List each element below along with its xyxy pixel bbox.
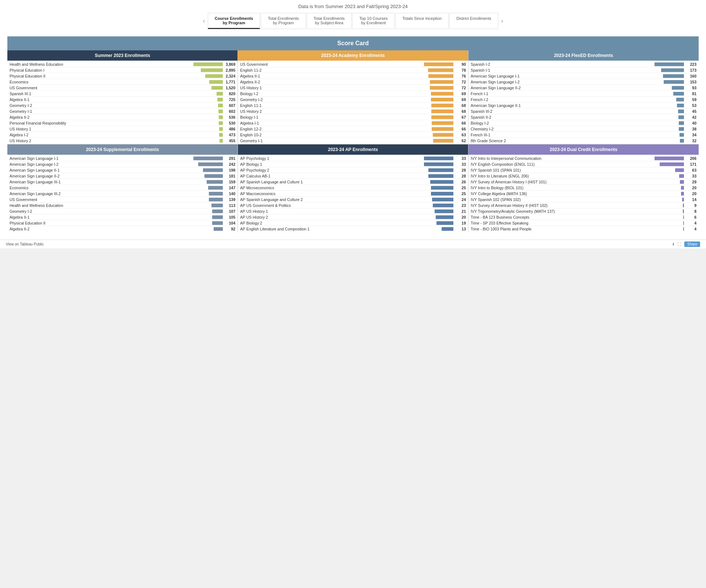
table-row: Economics 147: [9, 185, 236, 191]
academy2324-block: 2023-24 Academy Enrollments US Governmen…: [238, 50, 468, 144]
row-name: French I-1: [471, 92, 673, 96]
row-name: IVY Spanish 101 (SPAN 101): [471, 168, 675, 172]
table-row: Algebra II-2 92: [9, 226, 236, 232]
row-value: 455: [224, 139, 235, 143]
row-name: IVY Intro to Biology (BIOL 101): [471, 186, 681, 190]
supplemental2324-rows: American Sign Language I-1 291 American …: [7, 155, 238, 232]
row-name: AP Biology 2: [240, 221, 436, 225]
table-row: Spanish II-2 42: [470, 114, 697, 120]
table-row: Algebra II-2 72: [239, 79, 467, 85]
tab-top10-courses[interactable]: Top 10 Coursesby Enrollment: [352, 13, 395, 29]
row-name: Geometry I-1: [10, 109, 218, 114]
row-bar-val: 4: [683, 221, 696, 225]
row-bar-val: 23: [433, 203, 466, 208]
row-bar: [680, 139, 684, 143]
row-bar-val: 242: [198, 162, 235, 166]
row-value: 140: [224, 191, 235, 196]
row-bar-val: 28: [428, 174, 466, 178]
row-value: 45: [685, 109, 696, 114]
row-name: IVY College Algebra (MATH 136): [471, 191, 681, 196]
row-bar-val: 20: [681, 191, 696, 196]
row-bar-val: 68: [431, 109, 466, 114]
row-bar: [193, 157, 223, 160]
row-bar: [212, 215, 223, 219]
table-row: US History 1 486: [9, 126, 236, 132]
row-name: Geometry I-2: [10, 209, 212, 214]
bottom-bar: View on Tableau Public ⬇ ⛶ Share: [0, 240, 706, 248]
row-bar-val: 171: [660, 162, 696, 166]
row-value: 223: [685, 62, 696, 67]
row-value: 38: [685, 127, 696, 131]
nav-tabs: Course Enrollmentsby Program Total Enrol…: [208, 13, 498, 29]
row-bar: [683, 209, 684, 213]
table-row: American Sign Language I-1 291: [9, 155, 236, 161]
row-bar-val: 21: [435, 209, 466, 214]
summer2023-title: Summer 2023 Enrollments: [7, 50, 238, 61]
row-bar: [204, 174, 223, 178]
table-row: AP Psychology 2 28: [239, 167, 467, 173]
row-bar: [661, 68, 684, 72]
row-bar: [219, 115, 223, 119]
row-value: 153: [685, 80, 696, 84]
table-row: French I-1 81: [470, 91, 697, 97]
table-row: AP US Government & Politics 23: [239, 202, 467, 208]
table-row: US History 1 72: [239, 85, 467, 91]
row-value: 93: [685, 86, 696, 90]
row-bar: [198, 162, 223, 166]
table-row: Trine - SP 203 Effective Speaking 4: [470, 220, 697, 226]
row-value: 67: [455, 115, 466, 119]
row-value: 25: [455, 191, 466, 196]
table-row: Spanish III-2 45: [470, 108, 697, 114]
dualcredit2324-rows: IVY Intro to Interpersonal Communication…: [468, 155, 699, 232]
fullscreen-icon[interactable]: ⛶: [678, 242, 681, 246]
row-bar: [220, 139, 223, 143]
nav-prev-button[interactable]: ‹: [201, 18, 207, 24]
tab-total-enrollments-by-subject[interactable]: Total Enrollmentsby Subject Area: [307, 13, 352, 29]
row-name: Personal Financial Responsibility: [10, 121, 219, 125]
nav-next-button[interactable]: ›: [499, 18, 505, 24]
table-row: Physical Education II 104: [9, 220, 236, 226]
row-bar: [442, 227, 453, 231]
row-name: Economics: [10, 186, 208, 190]
row-bar: [679, 121, 684, 125]
tab-course-enrollments-by-program[interactable]: Course Enrollmentsby Program: [208, 13, 260, 29]
row-value: 1,771: [224, 80, 235, 84]
table-row: American Sign Language II-2 181: [9, 173, 236, 179]
summer2023-block: Summer 2023 Enrollments Health and Welln…: [7, 50, 238, 144]
row-name: IVY Intro to Literature (ENGL 206): [471, 174, 679, 178]
row-bar: [430, 86, 453, 90]
dualcredit2324-block: 2023-24 Dual Credit Enrollments IVY Intr…: [468, 144, 699, 232]
row-bar: [431, 92, 453, 96]
tab-district-enrollments[interactable]: District Enrollments: [449, 13, 498, 29]
row-name: IVY Spanish 102 (SPAN 102): [471, 197, 682, 202]
view-on-tableau-label[interactable]: View on Tableau Public: [6, 242, 44, 246]
row-bar: [432, 198, 453, 201]
row-value: 181: [224, 174, 235, 178]
row-bar-val: 68: [431, 103, 466, 108]
flexed2324-title: 2023-24 FlexED Enrollments: [468, 50, 699, 61]
row-bar: [208, 186, 223, 190]
tab-totals-since-inception[interactable]: Totals Since Inception: [395, 13, 449, 29]
row-value: 33: [685, 174, 696, 178]
table-row: Algebra II-2 536: [9, 114, 236, 120]
row-name: Spanish III-1: [10, 92, 217, 96]
download-icon[interactable]: ⬇: [672, 242, 675, 246]
share-button[interactable]: Share: [684, 241, 700, 247]
row-bar-val: 81: [673, 92, 696, 96]
row-value: 159: [224, 180, 235, 184]
table-row: Algebra II-1 105: [9, 214, 236, 220]
table-row: American Sign Language III-2 140: [9, 191, 236, 197]
tab-total-enrollments-by-program[interactable]: Total Enrollmentsby Program: [261, 13, 306, 29]
row-bar-val: 159: [207, 180, 235, 184]
row-bar-val: 107: [212, 209, 235, 214]
row-name: US Government: [10, 197, 209, 202]
row-bar-val: 28: [428, 168, 466, 172]
row-bar: [672, 86, 684, 90]
row-bar: [201, 68, 223, 72]
row-value: 20: [685, 186, 696, 190]
row-value: 81: [685, 92, 696, 96]
row-name: AP Macroeconomics: [240, 191, 431, 196]
row-bar-val: 725: [217, 97, 235, 102]
table-row: Algebra I-2 473: [9, 132, 236, 138]
row-name: American Sign Language II-1: [10, 168, 203, 172]
